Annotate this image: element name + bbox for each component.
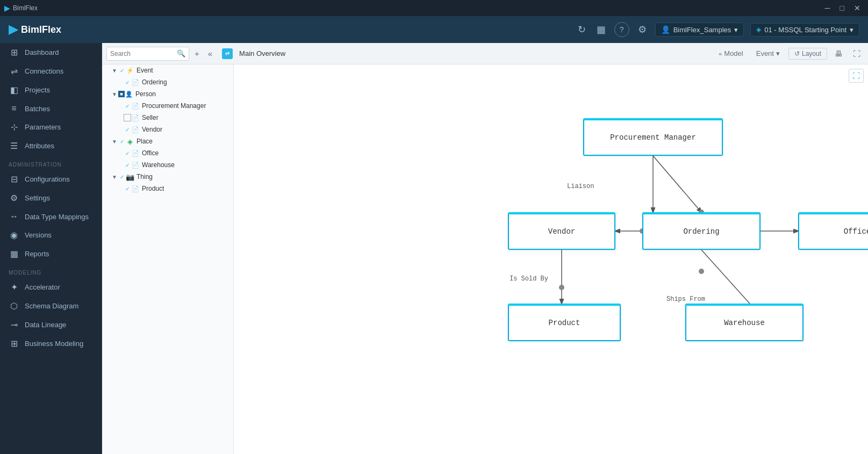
node-ordering[interactable]: Ordering xyxy=(642,212,761,250)
layout-button[interactable]: ↺ Layout xyxy=(788,48,827,60)
node-warehouse[interactable]: Warehouse xyxy=(685,304,804,341)
refresh-button[interactable]: ↻ xyxy=(576,21,588,38)
user-chevron-icon: ▾ xyxy=(734,26,738,34)
admin-section-label: ADMINISTRATION xyxy=(0,155,102,170)
event-dropdown-button[interactable]: Event ▾ xyxy=(752,47,784,60)
tree-item-product[interactable]: ✓ 📄 Product xyxy=(102,183,233,194)
sidebar-item-settings[interactable]: ⚙ Settings xyxy=(0,189,102,207)
tree-item-event[interactable]: ▼ ✓ ⚡ Event xyxy=(102,64,233,76)
user-icon: 👤 xyxy=(661,25,670,34)
tree-toggle-place[interactable]: ▼ xyxy=(111,138,118,145)
attributes-icon: ☰ xyxy=(9,141,19,151)
tree-label-event: Event xyxy=(137,67,153,74)
model-button[interactable]: « Model xyxy=(714,47,748,60)
collapse-button[interactable]: « xyxy=(205,47,216,60)
tree-item-ordering[interactable]: ✓ 📄 Ordering xyxy=(102,76,233,88)
sidebar-item-data-lineage[interactable]: ⊸ Data Lineage xyxy=(0,315,102,334)
sidebar-item-configurations[interactable]: ⊟ Configurations xyxy=(0,170,102,189)
tree-label-ordering: Ordering xyxy=(142,78,167,86)
sidebar-item-accelerator[interactable]: ✦ Accelerator xyxy=(0,278,102,297)
warehouse-doc-icon: 📄 xyxy=(131,161,140,169)
sidebar-item-connections[interactable]: ⇌ Connections xyxy=(0,62,102,81)
add-button[interactable]: + xyxy=(191,47,203,60)
tree-check-vendor[interactable]: ✓ xyxy=(124,126,131,133)
tree-check-warehouse[interactable]: ✓ xyxy=(124,161,131,169)
event-label: Event xyxy=(756,49,774,57)
tree-check-seller[interactable] xyxy=(124,114,131,121)
tree-item-vendor[interactable]: ✓ 📄 Vendor xyxy=(102,124,233,135)
sidebar-item-data-type-mappings[interactable]: ↔ Data Type Mappings xyxy=(0,207,102,226)
model-chevron-icon: « xyxy=(719,51,722,57)
search-input[interactable] xyxy=(110,50,175,57)
tree-check-person[interactable]: ■ xyxy=(118,91,125,97)
tree-check-event[interactable]: ✓ xyxy=(118,67,126,74)
secondary-nav: 🔍 + « ⇄ Main Overview « Model Event ▾ xyxy=(102,43,868,64)
sidebar-item-business-modeling[interactable]: ⊞ Business Modeling xyxy=(0,334,102,353)
node-product[interactable]: Product xyxy=(508,304,621,341)
print-button[interactable]: 🖶 xyxy=(831,48,845,60)
sidebar-label-schema-diagram: Schema Diagram xyxy=(25,302,78,310)
tree-toggle-thing[interactable]: ▼ xyxy=(111,173,118,181)
sidebar-item-projects[interactable]: ◧ Projects xyxy=(0,81,102,99)
tree-check-thing[interactable]: ✓ xyxy=(118,173,126,181)
node-office[interactable]: Office xyxy=(798,212,868,250)
place-group-icon: ◈ xyxy=(126,137,134,146)
app-logo: ▶ BimlFlex xyxy=(9,23,61,37)
tree-check-office[interactable]: ✓ xyxy=(124,149,131,157)
dashboard-icon-button[interactable]: ▦ xyxy=(594,21,608,38)
help-button[interactable]: ? xyxy=(614,22,629,37)
minimize-button[interactable]: ─ xyxy=(822,3,834,13)
tree-item-procurement-manager[interactable]: ✓ 📄 Procurement Manager xyxy=(102,100,233,112)
project-icon: ◈ xyxy=(756,26,761,33)
tree-item-office[interactable]: ✓ 📄 Office xyxy=(102,147,233,159)
user-name: BimlFlex_Samples xyxy=(673,26,731,34)
tree-check-product[interactable]: ✓ xyxy=(124,185,131,192)
sidebar-item-parameters[interactable]: ⊹ Parameters xyxy=(0,118,102,136)
diagram-corner-button[interactable]: ⛶ xyxy=(849,69,864,83)
tree-toggle-event[interactable]: ▼ xyxy=(111,67,118,74)
fullscreen-button[interactable]: ⛶ xyxy=(850,48,864,60)
tree-label-product: Product xyxy=(142,185,164,192)
tree-check-pm[interactable]: ✓ xyxy=(124,102,131,110)
node-label-office: Office xyxy=(844,227,868,236)
seller-doc-icon: 📄 xyxy=(131,113,140,122)
node-procurement-manager[interactable]: Procurement Manager xyxy=(583,118,723,156)
sidebar-label-business-modeling: Business Modeling xyxy=(25,340,83,348)
toolbar-left: ▶ BimlFlex xyxy=(9,23,61,37)
diagram-canvas[interactable]: Procurement Manager Vendor Ordering Offi… xyxy=(234,64,868,454)
settings-button[interactable]: ⚙ xyxy=(636,21,649,38)
tab-container: ⇄ Main Overview xyxy=(222,48,285,59)
tree-item-warehouse[interactable]: ✓ 📄 Warehouse xyxy=(102,159,233,171)
sidebar-label-accelerator: Accelerator xyxy=(25,283,60,291)
maximize-button[interactable]: □ xyxy=(837,3,848,13)
vendor-doc-icon: 📄 xyxy=(131,125,140,134)
projects-icon: ◧ xyxy=(9,85,19,95)
tree-label-thing: Thing xyxy=(137,173,153,181)
tree-item-seller[interactable]: 📄 Seller xyxy=(102,112,233,124)
titlebar-controls[interactable]: ─ □ ✕ xyxy=(822,3,864,13)
tree-check-place[interactable]: ✓ xyxy=(118,138,126,145)
search-box[interactable]: 🔍 xyxy=(106,47,189,61)
secondary-nav-left: 🔍 + « ⇄ Main Overview xyxy=(106,47,714,61)
sidebar-item-attributes[interactable]: ☰ Attributes xyxy=(0,136,102,155)
tree-check-ordering[interactable]: ✓ xyxy=(124,78,131,86)
close-button[interactable]: ✕ xyxy=(851,3,864,13)
tree-label-person: Person xyxy=(135,90,156,98)
data-lineage-icon: ⊸ xyxy=(9,320,19,330)
tree-item-thing[interactable]: ▼ ✓ 📷 Thing xyxy=(102,171,233,183)
tree-toggle-person[interactable]: ▼ xyxy=(111,90,118,98)
settings-icon: ⚙ xyxy=(9,193,19,203)
dashboard-icon: ⊞ xyxy=(9,47,19,57)
tree-item-person[interactable]: ▼ ■ 👤 Person xyxy=(102,88,233,100)
user-dropdown[interactable]: 👤 BimlFlex_Samples ▾ xyxy=(655,23,744,37)
tree-item-place[interactable]: ▼ ✓ ◈ Place xyxy=(102,135,233,147)
sidebar-item-batches[interactable]: ≡ Batches xyxy=(0,99,102,118)
versions-icon: ◉ xyxy=(9,230,19,240)
node-vendor[interactable]: Vendor xyxy=(508,212,615,250)
sidebar-item-schema-diagram[interactable]: ⬡ Schema Diagram xyxy=(0,297,102,315)
project-dropdown[interactable]: ◈ 01 - MSSQL Starting Point ▾ xyxy=(750,23,859,37)
sidebar-label-reports: Reports xyxy=(25,250,49,258)
sidebar-item-reports[interactable]: ▦ Reports xyxy=(0,244,102,263)
sidebar-item-dashboard[interactable]: ⊞ Dashboard xyxy=(0,43,102,62)
sidebar-item-versions[interactable]: ◉ Versions xyxy=(0,226,102,244)
